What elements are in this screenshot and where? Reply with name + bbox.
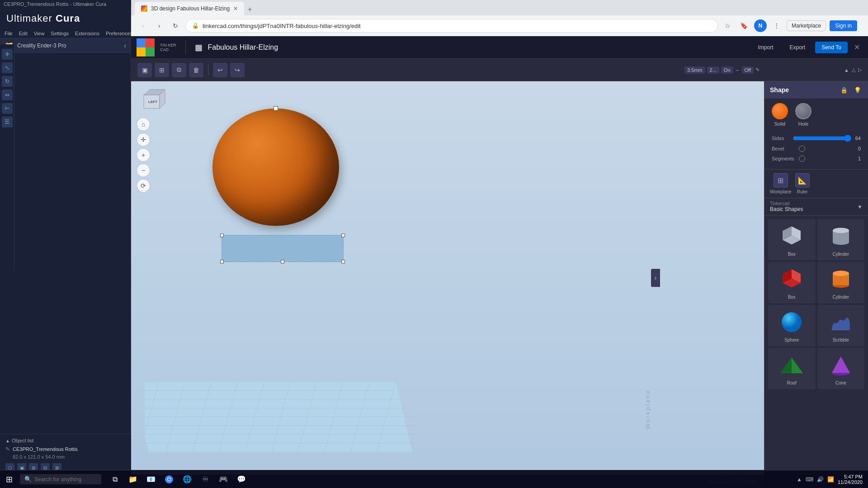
forward-btn[interactable]: › xyxy=(153,19,165,32)
selected-box-object[interactable] xyxy=(222,235,344,262)
new-tab-btn[interactable]: + xyxy=(244,4,255,15)
scale-tool[interactable]: ⤡ xyxy=(2,62,13,73)
workplane-btn[interactable]: ⊞ Workplane xyxy=(770,173,792,194)
hole-label: Hole xyxy=(798,121,809,127)
redo-tool[interactable]: ↪ xyxy=(230,63,245,77)
permodel-tool[interactable]: ☰ xyxy=(2,117,13,127)
zoom-out-btn[interactable]: − xyxy=(137,164,150,177)
taskbar-right: ▲ ⌨ 🔊 📶 5:47 PM 11/24/2020 xyxy=(797,474,868,485)
title-text: CE3PRO_Tremendous Rottis - Ultimaker Cur… xyxy=(4,1,106,7)
viewport[interactable]: Workplane LEFT ⌂ ✛ + − ⟳ › xyxy=(131,81,764,474)
tab-close-btn[interactable]: ✕ xyxy=(233,5,238,12)
snap-off: Off xyxy=(742,66,754,74)
move-tool[interactable]: ✛ xyxy=(2,49,13,60)
view-cube[interactable]: LEFT xyxy=(140,86,167,113)
shape-item-sphere-blue[interactable]: Sphere xyxy=(768,305,816,346)
solid-label: Solid xyxy=(774,121,785,127)
tinkercad-header: TIN KER CAD ▦ Fabulous Hillar-Elzing Imp… xyxy=(131,36,868,59)
shape-item-scribble[interactable]: Scribble xyxy=(817,305,865,346)
profile-avatar[interactable]: N xyxy=(754,19,767,32)
segments-row: Segments 1 xyxy=(772,155,861,162)
export-button[interactable]: Export xyxy=(783,42,811,53)
menu-file[interactable]: File xyxy=(2,30,15,37)
ungroup-tool[interactable]: ⊞ xyxy=(155,63,169,77)
signin-button[interactable]: Sign in xyxy=(830,20,857,31)
shape-item-cylinder-gray[interactable]: Cylinder xyxy=(817,219,865,260)
menu-edit[interactable]: Edit xyxy=(16,30,30,37)
start-button[interactable]: ⊞ xyxy=(0,470,18,488)
steam-icon[interactable]: ♾ xyxy=(197,471,213,488)
sel-handle-bm[interactable] xyxy=(281,260,284,263)
task-view-btn[interactable]: ⧉ xyxy=(107,471,123,488)
sel-handle-bl[interactable] xyxy=(220,260,224,263)
tinkercad-icon-btn[interactable]: 🔖 xyxy=(738,19,750,32)
bevel-circle[interactable] xyxy=(799,145,805,152)
tinkercad-logo xyxy=(137,38,155,56)
lock-shape-icon[interactable]: 🔒 xyxy=(839,85,849,95)
hole-option[interactable]: Hole xyxy=(795,103,811,127)
file-explorer-icon[interactable]: 📁 xyxy=(125,471,141,488)
sel-handle-br[interactable] xyxy=(341,260,345,263)
sendto-button[interactable]: Send To xyxy=(815,42,848,53)
search-bar[interactable]: 🔍 xyxy=(20,474,101,484)
edge-icon[interactable]: 🌐 xyxy=(179,471,195,488)
ruler-btn[interactable]: 📐 Ruler xyxy=(795,173,810,194)
mirror-tool[interactable]: ⇔ xyxy=(2,89,13,100)
import-button[interactable]: Import xyxy=(751,42,779,53)
shape-item-box-red[interactable]: Box xyxy=(768,262,816,303)
light-shape-icon[interactable]: 💡 xyxy=(853,85,863,95)
undo-tool[interactable]: ↩ xyxy=(213,63,227,77)
marketplace-button[interactable]: Marketplace xyxy=(787,20,826,31)
menu-preferences[interactable]: Preferences xyxy=(103,30,135,37)
rotate-tool[interactable]: ↻ xyxy=(2,76,13,87)
zoom-in-btn[interactable]: + xyxy=(137,148,150,162)
chrome-icon[interactable] xyxy=(161,471,177,488)
pan-btn[interactable]: ✛ xyxy=(137,133,150,146)
bookmark-btn[interactable]: ☆ xyxy=(722,19,734,32)
sel-handle-tr[interactable] xyxy=(341,234,345,237)
game-icon[interactable]: 🎮 xyxy=(215,471,231,488)
home-view-btn[interactable]: ⌂ xyxy=(137,117,150,131)
menu-extensions[interactable]: Extensions xyxy=(72,30,102,37)
segments-circle[interactable] xyxy=(799,155,805,162)
shape-item-cylinder-orange[interactable]: Cylinder xyxy=(817,262,865,303)
category-arrow-icon[interactable]: ▼ xyxy=(857,204,863,210)
shape-item-cone[interactable]: Cone xyxy=(817,348,865,389)
group-tool[interactable]: ▣ xyxy=(137,63,152,77)
object-list-title: ▲ Object list xyxy=(5,438,126,443)
mail-icon[interactable]: 📧 xyxy=(143,471,159,488)
snap-on: On xyxy=(721,66,733,74)
shape-name-sphere-blue: Sphere xyxy=(784,338,799,343)
notification-area-icon[interactable]: ▲ xyxy=(797,476,802,483)
keyboard-icon: ⌨ xyxy=(806,476,813,483)
search-input[interactable] xyxy=(34,476,93,483)
network-icon[interactable]: 📶 xyxy=(827,476,834,483)
reload-btn[interactable]: ↻ xyxy=(169,19,182,32)
delete-tool[interactable]: 🗑 xyxy=(189,63,203,77)
tc-close-btn[interactable]: ✕ xyxy=(851,43,863,52)
solid-option[interactable]: Solid xyxy=(772,103,788,127)
segments-value: 1 xyxy=(852,156,861,161)
back-btn[interactable]: ‹ xyxy=(137,19,149,32)
menu-view[interactable]: View xyxy=(31,30,47,37)
svg-marker-38 xyxy=(832,357,850,373)
volume-icon[interactable]: 🔊 xyxy=(817,476,824,483)
reset-view-btn[interactable]: ⟳ xyxy=(137,179,150,192)
address-bar[interactable]: 🔒 tinkercad.com/things/jdPTna0INTR-fabul… xyxy=(185,19,718,33)
shape-name-box-gray: Box xyxy=(788,252,796,257)
extensions-btn[interactable]: ⋮ xyxy=(770,19,783,32)
collapse-panel-btn[interactable]: › xyxy=(651,269,660,287)
support-tool[interactable]: ⊢ xyxy=(2,103,13,114)
active-tab[interactable]: 3D design Fabulous Hillar-Elzing ✕ xyxy=(135,2,244,15)
discord-icon[interactable]: 💬 xyxy=(233,471,250,488)
shape-item-roof[interactable]: Roof xyxy=(768,348,816,389)
sphere-3d-object[interactable] xyxy=(212,108,339,226)
sides-slider[interactable] xyxy=(793,135,851,142)
sel-handle-tl[interactable] xyxy=(220,234,224,237)
sphere-top-handle[interactable] xyxy=(274,106,278,111)
browser-tabs: 3D design Fabulous Hillar-Elzing ✕ + xyxy=(131,0,868,15)
menu-settings[interactable]: Settings xyxy=(48,30,71,37)
duplicate-tool[interactable]: ⧉ xyxy=(172,63,186,77)
tc-title: Fabulous Hillar-Elzing xyxy=(208,43,278,52)
shape-item-box-gray[interactable]: Box xyxy=(768,219,816,260)
